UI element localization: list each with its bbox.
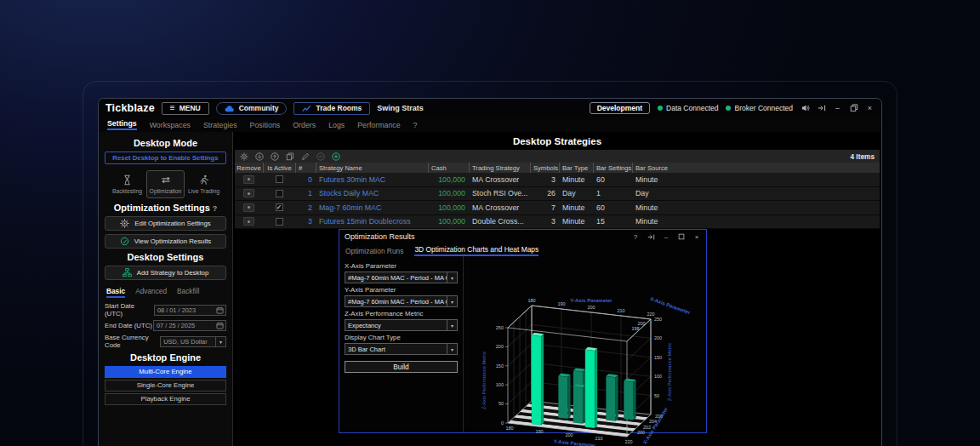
edit-optimization-settings-button[interactable]: Edit Optimization Settings <box>105 216 226 231</box>
edit-pencil-icon[interactable] <box>301 152 310 161</box>
chevron-down-icon: ▾ <box>447 344 457 354</box>
is-active-cell[interactable] <box>263 218 295 226</box>
mode-live-trading[interactable]: Live Trading <box>185 170 223 198</box>
start-date-input[interactable]: 08 / 01 / 2023 <box>154 305 226 316</box>
remove-cell[interactable] <box>235 217 263 226</box>
mode-optimization[interactable]: Optimization <box>146 170 185 198</box>
is-active-cell[interactable]: ✓ <box>263 203 295 211</box>
y-axis-parameter-select[interactable]: #Mag-7 60min MAC - Period - MA Crossov ▾ <box>345 295 458 307</box>
dialog-maximize-icon[interactable] <box>677 232 686 241</box>
column-header[interactable]: Bar Source <box>632 163 880 173</box>
help-mark[interactable]: ? <box>213 204 218 213</box>
strategy-row[interactable]: 1Stocks Daily MAC100,000Stoch RSI Ove...… <box>235 187 880 202</box>
development-button[interactable]: Development <box>590 102 650 114</box>
dialog-close-icon[interactable]: × <box>692 232 701 241</box>
remove-cell[interactable] <box>235 175 263 184</box>
remove-row-button[interactable] <box>243 217 254 226</box>
move-up-icon[interactable] <box>271 152 279 161</box>
strategy-name[interactable]: Mag-7 60min MAC <box>316 203 428 212</box>
dialog-dock-icon[interactable] <box>647 232 655 241</box>
is-active-checkbox[interactable] <box>276 190 283 197</box>
3d-bar-chart[interactable]: 0505010010015015020020025025018018019019… <box>464 299 706 446</box>
community-button[interactable]: Community <box>216 102 288 115</box>
tab-strategies[interactable]: Strategies <box>203 121 237 130</box>
strategy-tree-icon <box>122 268 132 277</box>
column-header[interactable]: Strategy Name <box>316 163 428 173</box>
tab-logs[interactable]: Logs <box>328 121 345 130</box>
tab-settings[interactable]: Settings <box>107 119 137 130</box>
engine-playback[interactable]: Playback Engine <box>105 393 226 405</box>
strategy-row[interactable]: 0Futures 30min MAC100,000MA Crossover3Mi… <box>235 173 880 187</box>
dock-icon[interactable] <box>817 104 826 113</box>
is-active-cell[interactable] <box>263 190 295 197</box>
z-axis-metric-select[interactable]: Expectancy ▾ <box>345 319 458 331</box>
tab-orders[interactable]: Orders <box>293 121 316 130</box>
bar-settings: 1 <box>593 189 632 197</box>
build-button[interactable]: Build <box>345 361 458 373</box>
start-date-row: Start Date (UTC) 08 / 01 / 2023 <box>105 302 226 317</box>
strategy-name[interactable]: Stocks Daily MAC <box>316 189 428 197</box>
engine-multi-core[interactable]: Multi-Core Engine <box>105 366 226 378</box>
column-header[interactable]: Bar Settings <box>593 163 632 173</box>
dialog-titlebar[interactable]: Optimization Results ? – × <box>339 230 706 243</box>
dialog-minimize-icon[interactable]: – <box>662 232 670 241</box>
tab-optimization-runs[interactable]: Optimization Runs <box>345 247 403 256</box>
subtab-backfill[interactable]: Backfill <box>177 287 199 298</box>
calendar-icon[interactable] <box>214 322 225 329</box>
view-optimization-results-button[interactable]: View Optimization Results <box>105 234 226 249</box>
subtab-advanced[interactable]: Advanced <box>135 287 167 298</box>
engine-single-core[interactable]: Single-Core Engine <box>105 380 226 392</box>
x-axis-parameter-select[interactable]: #Mag-7 60min MAC - Period - MA Crossov ▾ <box>345 272 458 283</box>
add-circle-icon[interactable] <box>332 152 340 161</box>
reset-desktop-button[interactable]: Reset Desktop to Enable Settings <box>105 152 226 164</box>
remove-row-button[interactable] <box>243 175 254 184</box>
column-header[interactable]: Trading Strategy <box>469 163 530 173</box>
mode-backtesting[interactable]: Backtesting <box>108 170 146 198</box>
workspace-tab[interactable]: Swing Strats <box>377 104 424 112</box>
move-down-icon[interactable] <box>255 152 264 161</box>
trade-rooms-button[interactable]: Trade Rooms <box>293 102 370 115</box>
end-date-input[interactable]: 07 / 25 / 2025 <box>153 320 226 331</box>
dialog-help-icon[interactable]: ? <box>631 232 640 241</box>
tab-performance[interactable]: Performance <box>357 121 400 130</box>
remove-circle-icon[interactable] <box>316 152 325 161</box>
restore-icon[interactable] <box>849 104 858 113</box>
remove-row-button[interactable] <box>243 189 254 197</box>
base-currency-select[interactable]: USD, US Dollar ▾ <box>160 336 226 347</box>
is-active-cell[interactable] <box>263 175 295 183</box>
sound-icon[interactable] <box>801 104 810 113</box>
column-header[interactable]: Symbols <box>530 163 559 173</box>
column-header[interactable]: Cash <box>428 163 469 173</box>
minimize-icon[interactable]: – <box>833 104 842 113</box>
remove-row-button[interactable] <box>243 203 254 212</box>
bar-settings: 60 <box>593 175 632 184</box>
strategy-row[interactable]: ✓2Mag-7 60min MAC100,000MA Crossover7Min… <box>235 201 880 215</box>
subtab-basic[interactable]: Basic <box>106 287 125 298</box>
column-header[interactable]: Is Active <box>263 163 295 173</box>
remove-cell[interactable] <box>235 203 263 212</box>
titlebar: Tickblaze ≡ MENU Community Trade Rooms S… <box>99 99 881 117</box>
svg-text:210: 210 <box>595 436 602 441</box>
strategy-name[interactable]: Futures 15min Doublecross <box>316 217 428 226</box>
close-icon[interactable]: × <box>865 104 875 113</box>
column-header[interactable]: Bar Type <box>559 163 593 173</box>
tab-workspaces[interactable]: Workspaces <box>150 121 191 130</box>
is-active-checkbox[interactable] <box>276 175 283 183</box>
tab-help[interactable]: ? <box>413 121 418 130</box>
tab-positions[interactable]: Positions <box>250 121 281 130</box>
remove-cell[interactable] <box>235 189 263 197</box>
is-active-checkbox[interactable]: ✓ <box>276 203 283 211</box>
strategy-row[interactable]: 3Futures 15min Doublecross100,000Double … <box>235 215 880 230</box>
strategy-name[interactable]: Futures 30min MAC <box>316 175 428 184</box>
duplicate-icon[interactable] <box>286 152 294 161</box>
calendar-icon[interactable] <box>214 306 225 314</box>
column-header[interactable]: Remove <box>235 163 263 173</box>
add-strategy-button[interactable]: Add Strategy to Desktop <box>105 266 226 280</box>
display-chart-type-select[interactable]: 3D Bar Chart ▾ <box>345 343 458 355</box>
settings-gear-icon[interactable] <box>240 152 248 161</box>
is-active-checkbox[interactable] <box>276 218 283 226</box>
menu-button[interactable]: ≡ MENU <box>162 102 209 115</box>
tab-3d-charts-heatmaps[interactable]: 3D Optimization Charts and Heat Maps <box>414 245 538 256</box>
bar-source: Minute <box>632 217 880 226</box>
column-header[interactable]: # <box>295 163 316 173</box>
